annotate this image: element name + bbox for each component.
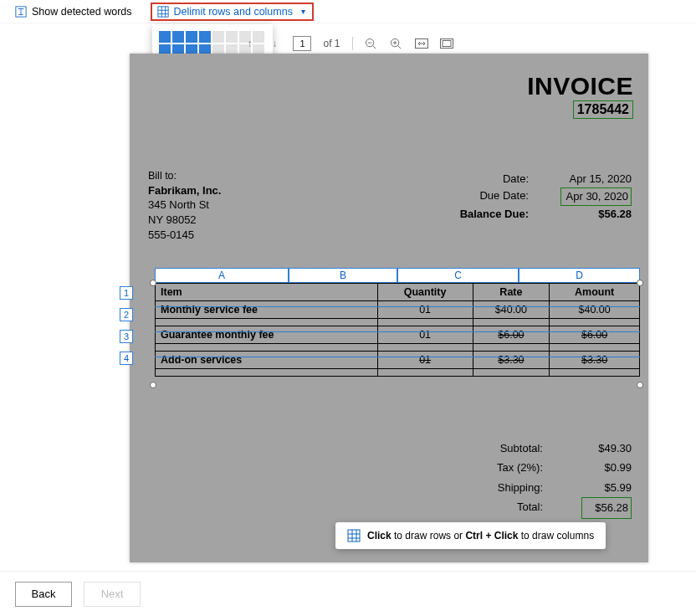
bill-to-line: Fabrikam, Inc. <box>148 183 221 198</box>
draw-hint: Click to draw rows or Ctrl + Click to dr… <box>335 522 606 549</box>
row-delimiter[interactable] <box>155 357 640 357</box>
total-value: $56.28 <box>581 497 632 518</box>
th-item: Item <box>156 284 378 301</box>
th-amount: Amount <box>550 284 640 301</box>
table-row <box>156 344 640 352</box>
table-row <box>156 319 640 326</box>
table-draw-icon <box>347 529 361 542</box>
col-header[interactable]: C <box>397 268 519 283</box>
th-rate: Rate <box>473 284 550 301</box>
row-header[interactable]: 4 <box>120 352 133 365</box>
delimit-label: Delimit rows and columns <box>174 6 293 18</box>
due-date-value: Apr 30, 2020 <box>560 187 632 206</box>
invoice-items-table: Item Quantity Rate Amount Monthly servic… <box>155 283 640 377</box>
back-button[interactable]: Back <box>15 582 72 607</box>
separator <box>352 37 353 50</box>
zoom-in-icon[interactable] <box>390 37 403 50</box>
invoice-number: 1785442 <box>573 100 633 119</box>
delimit-rows-columns[interactable]: Delimit rows and columns ▾ <box>151 3 314 21</box>
col-header[interactable]: A <box>155 268 289 283</box>
row-delimiter[interactable] <box>155 306 640 307</box>
zoom-out-icon[interactable] <box>365 37 378 50</box>
table-row <box>156 369 640 377</box>
text-bounding-icon <box>15 6 27 18</box>
row-header[interactable]: 2 <box>120 308 133 321</box>
svg-rect-7 <box>348 530 360 542</box>
shipping-label: Shipping: <box>481 478 543 497</box>
balance-due-label: Balance Due: <box>457 206 529 223</box>
total-label: Total: <box>481 497 543 518</box>
page-number-input[interactable] <box>293 36 311 51</box>
th-quantity: Quantity <box>377 284 473 301</box>
subtotal-label: Subtotal: <box>481 439 543 458</box>
due-date-label: Due Date: <box>457 187 529 206</box>
subtotal-value: $49.30 <box>581 439 632 458</box>
resize-handle-ne[interactable] <box>637 280 643 286</box>
balance-due-value: $56.28 <box>560 206 632 223</box>
table-row: Add-on services 01 $3.30 $3.30 <box>156 352 640 369</box>
date-label: Date: <box>457 171 529 187</box>
col-header[interactable]: B <box>289 268 397 283</box>
next-button: Next <box>84 582 141 607</box>
page-total-label: of 1 <box>323 38 340 49</box>
resize-handle-nw[interactable] <box>150 280 156 286</box>
row-header[interactable]: 3 <box>120 330 133 343</box>
tax-label: Tax (2%): <box>481 458 543 477</box>
table-row: Monthly service fee 01 $40.00 $40.00 <box>156 301 640 319</box>
shipping-value: $5.99 <box>581 478 632 497</box>
fit-width-icon[interactable] <box>415 37 428 50</box>
tax-value: $0.99 <box>581 458 632 477</box>
fit-page-icon[interactable] <box>440 37 453 50</box>
show-detected-words-label: Show detected words <box>32 6 132 18</box>
resize-handle-sw[interactable] <box>150 382 156 388</box>
chevron-down-icon: ▾ <box>301 7 305 16</box>
next-page-icon[interactable]: ↓ <box>268 37 281 50</box>
row-header[interactable]: 1 <box>120 286 133 300</box>
bill-to-label: Bill to: <box>148 169 221 183</box>
svg-rect-1 <box>157 6 167 16</box>
table-selection[interactable]: A B C D 1 2 3 4 Item Quantity Rate Amoun… <box>138 268 640 377</box>
invoice-title: INVOICE <box>527 72 633 100</box>
col-header[interactable]: D <box>519 268 640 283</box>
bill-to-line: 555-0145 <box>148 228 221 243</box>
document-page[interactable]: INVOICE 1785442 Bill to: Fabrikam, Inc. … <box>130 54 648 562</box>
resize-handle-se[interactable] <box>637 382 643 388</box>
prev-page-icon[interactable]: ↑ <box>243 37 256 50</box>
bill-to-line: NY 98052 <box>148 213 221 228</box>
bill-to-line: 345 North St <box>148 198 221 213</box>
table-grid-icon <box>157 6 169 18</box>
row-delimiter[interactable] <box>155 331 640 332</box>
table-row: Guarantee monthly fee 01 $6.00 $6.00 <box>156 326 640 344</box>
date-value: Apr 15, 2020 <box>560 171 632 187</box>
svg-rect-6 <box>443 41 451 47</box>
show-detected-words[interactable]: Show detected words <box>15 6 132 18</box>
